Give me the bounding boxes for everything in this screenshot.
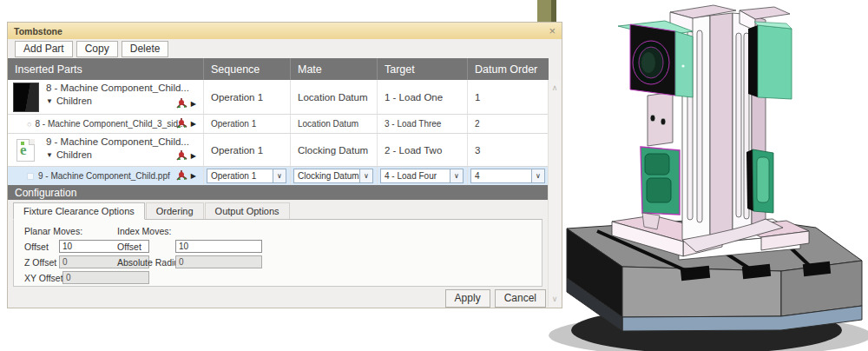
part-cell: 8 - Machine Component_Child... ▼ Childre… xyxy=(8,80,203,114)
xy-offset-label: XY Offset xyxy=(24,273,63,283)
table-header: Inserted Parts Sequence Mate Target Datu… xyxy=(8,58,549,80)
target-dropdown[interactable]: 4 - Load Four ∨ xyxy=(380,169,464,183)
copy-button[interactable]: Copy xyxy=(76,41,118,57)
dialog-title: Tombstone xyxy=(14,26,62,36)
target-cell[interactable]: 1 - Load One xyxy=(377,80,467,114)
table-body: 8 - Machine Component_Child... ▼ Childre… xyxy=(8,80,549,185)
mate-dropdown[interactable]: Clocking Datum ∨ xyxy=(293,169,373,183)
index-moves-label: Index Moves: xyxy=(117,226,171,236)
planar-offset-label: Offset xyxy=(24,242,49,252)
clamp-block-mid-right xyxy=(746,149,773,213)
delete-button[interactable]: Delete xyxy=(122,41,169,57)
scroll-down-icon[interactable]: ∨ xyxy=(552,291,558,307)
children-toggle[interactable]: ▼ Children xyxy=(46,96,176,106)
planar-moves-label: Planar Moves: xyxy=(24,226,82,236)
table-row[interactable]: ○ 8 - Machine Component_Child_3_sid... ▶ xyxy=(8,115,549,134)
header-inserted-parts[interactable]: Inserted Parts xyxy=(8,58,203,80)
datum-order-cell[interactable]: 3 xyxy=(467,134,549,166)
tombstone-dialog: Tombstone × Add Part Copy Delete Inserte… xyxy=(7,22,562,308)
header-mate[interactable]: Mate xyxy=(290,58,377,80)
header-sequence[interactable]: Sequence xyxy=(203,58,290,80)
tab-fixture-clearance-options[interactable]: Fixture Clearance Options xyxy=(13,202,145,220)
configuration-tabs: Fixture Clearance Options Ordering Outpu… xyxy=(13,202,542,220)
part-cell: 9 - Machine Component_Child.ppf ▶ xyxy=(8,167,203,185)
clamp-block-upper-left xyxy=(618,21,693,97)
dialog-footer: Apply Cancel xyxy=(445,289,546,308)
dialog-titlebar: Tombstone × xyxy=(8,23,562,39)
cancel-button[interactable]: Cancel xyxy=(495,289,546,308)
part-cell: ○ 8 - Machine Component_Child_3_sid... ▶ xyxy=(8,115,203,133)
configuration-section-header: Configuration xyxy=(8,185,549,200)
chevron-down-icon: ∨ xyxy=(531,169,544,182)
chevron-down-icon: ∨ xyxy=(273,169,286,182)
radio-icon[interactable]: ○ xyxy=(27,120,31,129)
dialog-toolbar: Add Part Copy Delete xyxy=(8,39,562,58)
sequence-cell[interactable]: Operation 1 xyxy=(203,134,290,166)
xy-offset-input xyxy=(62,271,149,284)
target-cell[interactable]: 2 - Load Two xyxy=(377,134,467,166)
expand-arrow-icon[interactable]: ▶ xyxy=(191,152,196,160)
checkbox[interactable] xyxy=(27,173,34,180)
add-part-button[interactable]: Add Part xyxy=(15,41,73,57)
z-offset-label: Z Offset xyxy=(24,257,56,268)
part-name: 8 - Machine Component_Child_3_sid... xyxy=(35,119,185,129)
index-offset-input[interactable] xyxy=(175,240,262,253)
index-offset-label: Offset xyxy=(117,242,141,252)
expand-arrow-icon[interactable]: ▶ xyxy=(191,120,196,128)
chevron-down-icon: ▼ xyxy=(46,97,53,105)
clamp-block-upper-right xyxy=(748,22,792,99)
table-row[interactable]: 8 - Machine Component_Child... ▼ Childre… xyxy=(8,80,549,115)
placement-triad-icon[interactable] xyxy=(175,97,188,109)
header-datum-order[interactable]: Datum Order xyxy=(467,58,549,80)
chevron-down-icon: ∨ xyxy=(450,169,463,182)
part-name: 8 - Machine Component_Child... xyxy=(46,83,176,93)
table-row-selected[interactable]: 9 - Machine Component_Child.ppf ▶ xyxy=(8,167,549,185)
placement-triad-icon[interactable] xyxy=(175,149,188,162)
absolute-radius-input xyxy=(175,255,262,268)
part-file-icon: e xyxy=(16,139,35,162)
part-name: 9 - Machine Component_Child.ppf xyxy=(38,171,170,181)
expand-arrow-icon[interactable]: ▶ xyxy=(191,100,196,108)
absolute-radius-label: Absolute Radius xyxy=(117,257,183,268)
header-target[interactable]: Target xyxy=(377,58,467,80)
expand-arrow-icon[interactable]: ▶ xyxy=(191,172,196,180)
children-toggle[interactable]: ▼ Children xyxy=(46,149,176,160)
datum-order-cell[interactable]: 2 xyxy=(467,115,549,133)
apply-button[interactable]: Apply xyxy=(445,289,490,308)
sequence-dropdown[interactable]: Operation 1 ∨ xyxy=(207,169,286,183)
mate-cell[interactable]: Clocking Datum xyxy=(290,134,377,166)
chevron-down-icon: ▼ xyxy=(46,151,53,159)
part-cell: e 9 - Machine Component_Child... ▼ Child… xyxy=(8,134,203,166)
table-row[interactable]: e 9 - Machine Component_Child... ▼ Child… xyxy=(8,134,549,167)
sequence-cell[interactable]: Operation 1 xyxy=(203,115,290,133)
tab-output-options[interactable]: Output Options xyxy=(205,202,290,219)
tab-ordering[interactable]: Ordering xyxy=(146,202,204,219)
datum-order-cell[interactable]: 1 xyxy=(467,80,549,114)
close-icon[interactable]: × xyxy=(549,25,556,36)
part-name: 9 - Machine Component_Child... xyxy=(46,136,176,147)
placement-triad-icon[interactable] xyxy=(175,117,188,129)
datum-order-dropdown[interactable]: 4 ∨ xyxy=(470,169,545,183)
vertical-scrollbar[interactable]: ∧ ∨ xyxy=(548,80,561,307)
tombstone-3d-view xyxy=(521,0,868,351)
mate-cell[interactable]: Location Datum xyxy=(290,80,377,114)
mate-cell[interactable]: Location Datum xyxy=(290,115,377,133)
placement-triad-icon[interactable] xyxy=(175,169,188,182)
sequence-cell[interactable]: Operation 1 xyxy=(203,80,290,114)
part-thumbnail xyxy=(13,83,39,112)
fixture-clearance-panel: Planar Moves: Offset Z Offset XY Offset … xyxy=(13,220,542,287)
chevron-down-icon: ∨ xyxy=(359,169,372,182)
target-cell[interactable]: 3 - Load Three xyxy=(377,115,467,133)
scroll-up-icon[interactable]: ∧ xyxy=(552,80,558,96)
app-canvas: Tombstone × Add Part Copy Delete Inserte… xyxy=(0,0,868,351)
